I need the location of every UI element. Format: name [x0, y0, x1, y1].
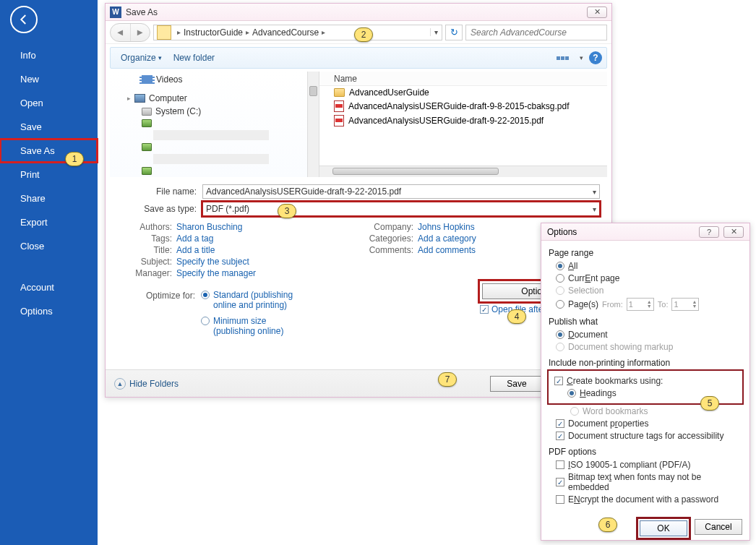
- optimize-label: Optimize for:: [117, 290, 195, 301]
- new-folder-button[interactable]: New folder: [168, 53, 220, 63]
- location-icon: [157, 25, 171, 40]
- page-range-selection-radio: Selection: [556, 286, 742, 296]
- organize-button[interactable]: Organize ▾: [115, 53, 168, 63]
- company-field[interactable]: Johns Hopkins: [418, 222, 475, 232]
- title-field[interactable]: Add a title: [176, 245, 215, 255]
- manager-field[interactable]: Specify the manager: [176, 268, 256, 278]
- sidebar-item-print[interactable]: Print: [0, 163, 98, 186]
- tree-drive[interactable]: [110, 118, 319, 129]
- search-input[interactable]: [465, 25, 607, 40]
- categories-field[interactable]: Add a category: [418, 233, 476, 244]
- bitmap-text-checkbox[interactable]: ✓Bitmap text when fonts may not be embed…: [556, 472, 742, 492]
- ok-button[interactable]: OK: [640, 520, 687, 536]
- folder-tree[interactable]: Videos ▸Computer System (C:): [110, 72, 319, 177]
- breadcrumb-dropdown[interactable]: ▾: [430, 28, 442, 36]
- network-drive-icon: [142, 119, 152, 127]
- page-range-section: Page range All CurrEnt page Selection Pa…: [549, 248, 742, 311]
- subject-field[interactable]: Specify the subject: [176, 257, 249, 267]
- breadcrumb[interactable]: ▸ InstructorGuide ▸ AdvancedCourse ▸ ▾: [153, 25, 442, 40]
- backstage-sidebar: Info New Open Save Save As Print Share E…: [0, 0, 98, 545]
- optimize-minimum-radio[interactable]: Minimum size (publishing online): [201, 316, 307, 336]
- sidebar-item-save[interactable]: Save: [0, 115, 98, 139]
- redacted-drive: [153, 130, 269, 140]
- list-item[interactable]: AdvancedAnalysisUSERGuide-draft-9-8-2015…: [319, 99, 607, 113]
- tree-drive[interactable]: [110, 142, 319, 153]
- file-browser: Videos ▸Computer System (C:) Name Advanc…: [110, 72, 607, 177]
- publish-section: Publish what Document Document showing m…: [549, 317, 742, 352]
- callout-5: 5: [700, 396, 719, 411]
- sidebar-item-export[interactable]: Export: [0, 210, 98, 234]
- sidebar-item-open[interactable]: Open: [0, 91, 98, 115]
- options-close-button[interactable]: ✕: [723, 226, 744, 238]
- create-bookmarks-checkbox[interactable]: ✓Create bookmarks using:: [554, 376, 739, 386]
- doc-properties-checkbox[interactable]: ✓Document properties: [556, 419, 742, 429]
- options-footer: OK Cancel: [541, 515, 749, 542]
- options-titlebar: Options ? ✕: [541, 223, 749, 241]
- tree-computer[interactable]: ▸Computer: [110, 92, 319, 105]
- tree-system-c[interactable]: System (C:): [110, 105, 319, 118]
- page-to-spinner[interactable]: 1▲▼: [671, 298, 699, 311]
- ok-highlight: OK: [638, 519, 689, 538]
- sidebar-item-options[interactable]: Options: [0, 299, 98, 323]
- pdf-icon: [334, 115, 344, 126]
- structure-tags-checkbox[interactable]: ✓Document structure tags for accessibili…: [556, 431, 742, 441]
- list-item[interactable]: AdvancedAnalysisUSERGuide-draft-9-22-201…: [319, 113, 607, 128]
- callout-2: 2: [354, 27, 373, 42]
- computer-icon: [134, 94, 145, 103]
- page-range-current-radio[interactable]: CurrEnt page: [556, 273, 742, 283]
- list-item[interactable]: AdvancedUserGuide: [319, 86, 607, 99]
- breadcrumb-part[interactable]: InstructorGuide: [184, 27, 243, 38]
- iso-checkbox[interactable]: ISO 19005-1 compliant (PDF/A): [556, 460, 742, 470]
- optimize-standard-radio[interactable]: Standard (publishing online and printing…: [201, 290, 307, 310]
- refresh-button[interactable]: ↻: [445, 25, 463, 40]
- word-icon: W: [110, 7, 121, 18]
- comments-label: Comments:: [358, 245, 413, 255]
- callout-6: 6: [598, 518, 617, 532]
- tree-drive[interactable]: [110, 166, 319, 176]
- hide-folders-button[interactable]: ▲Hide Folders: [114, 378, 179, 390]
- save-button[interactable]: Save: [490, 376, 544, 392]
- back-button[interactable]: [10, 6, 38, 33]
- options-cancel-button[interactable]: Cancel: [695, 519, 742, 535]
- tree-scrollbar[interactable]: [307, 72, 319, 177]
- titlebar: W Save As ✕: [106, 4, 611, 21]
- publish-document-radio[interactable]: Document: [556, 330, 742, 340]
- tags-label: Tags:: [117, 233, 172, 244]
- nav-back-forward[interactable]: ◄►: [110, 23, 150, 42]
- publish-markup-radio: Document showing markup: [556, 342, 742, 352]
- sidebar-item-account[interactable]: Account: [0, 275, 98, 299]
- options-help-button[interactable]: ?: [699, 226, 719, 238]
- breadcrumb-part[interactable]: AdvancedCourse: [252, 27, 319, 38]
- callout-4: 4: [507, 309, 526, 324]
- page-from-spinner[interactable]: 1▲▼: [627, 298, 654, 311]
- sidebar-item-new[interactable]: New: [0, 67, 98, 91]
- save-type-label: Save as type:: [117, 204, 197, 214]
- file-scrollbar-h[interactable]: [319, 166, 607, 177]
- comments-field[interactable]: Add comments: [418, 245, 476, 255]
- redacted-drive: [153, 154, 269, 164]
- authors-field[interactable]: Sharon Busching: [176, 222, 242, 232]
- page-range-pages-radio[interactable]: [556, 300, 564, 309]
- folder-icon: [334, 88, 345, 97]
- file-list: Name AdvancedUserGuide AdvancedAnalysisU…: [319, 72, 607, 177]
- sidebar-item-close[interactable]: Close: [0, 234, 98, 258]
- subject-label: Subject:: [117, 257, 172, 267]
- dialog-title: Save As: [126, 7, 587, 17]
- close-button[interactable]: ✕: [587, 7, 607, 18]
- sidebar-item-info[interactable]: Info: [0, 43, 98, 67]
- save-as-dialog: W Save As ✕ ◄► ▸ InstructorGuide ▸ Advan…: [105, 3, 612, 398]
- callout-7: 7: [438, 372, 457, 387]
- tags-field[interactable]: Add a tag: [176, 233, 213, 244]
- page-range-all-radio[interactable]: All: [556, 261, 742, 271]
- company-label: Company:: [358, 222, 413, 232]
- encrypt-checkbox[interactable]: ENcrypt the document with a password: [556, 494, 742, 505]
- file-name-input[interactable]: AdvancedAnalysisUSERGuide-draft-9-22-201…: [202, 184, 600, 199]
- tree-videos[interactable]: Videos: [110, 73, 319, 86]
- sidebar-item-share[interactable]: Share: [0, 186, 98, 210]
- help-icon[interactable]: ?: [589, 51, 602, 64]
- view-button[interactable]: [557, 52, 574, 64]
- save-type-dropdown[interactable]: PDF (*.pdf)▾: [202, 202, 600, 216]
- callout-3: 3: [278, 204, 296, 218]
- pdf-options-section: PDF options ISO 19005-1 compliant (PDF/A…: [549, 447, 742, 505]
- column-header-name[interactable]: Name: [319, 72, 607, 86]
